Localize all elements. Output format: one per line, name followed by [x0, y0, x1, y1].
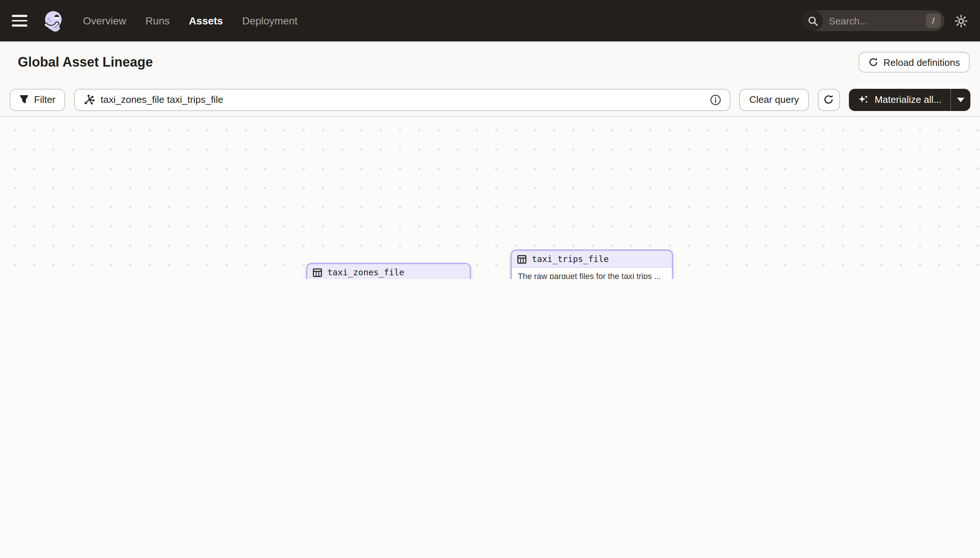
page-title: Global Asset Lineage: [18, 54, 153, 70]
lineage-toolbar: Filter Clear query: [0, 83, 980, 117]
lineage-edges: [0, 117, 980, 279]
nav-right-group: Search... /: [802, 10, 968, 31]
op-selector-icon: [83, 94, 95, 105]
filter-button[interactable]: Filter: [10, 89, 65, 111]
asset-node-taxi-zones-file[interactable]: taxi_zones_file The raw CSV file for the…: [306, 263, 471, 279]
asset-node-header: taxi_trips_file: [512, 251, 672, 268]
asset-selection-query-box: [74, 89, 731, 111]
nav-item-runs[interactable]: Runs: [145, 15, 170, 27]
materialize-options-dropdown[interactable]: [951, 89, 970, 111]
reload-definitions-button[interactable]: Reload definitions: [858, 52, 970, 72]
refresh-icon: [823, 94, 834, 105]
dagster-logo[interactable]: [41, 9, 65, 33]
table-icon: [517, 254, 527, 264]
materialize-all-button[interactable]: Materialize all...: [848, 89, 950, 111]
search-placeholder: Search...: [829, 15, 867, 26]
top-nav-bar: Overview Runs Assets Deployment Search..…: [0, 0, 980, 41]
search-icon: [802, 10, 823, 31]
filter-label: Filter: [34, 94, 56, 105]
nav-item-assets[interactable]: Assets: [189, 15, 223, 27]
nav-links: Overview Runs Assets Deployment: [83, 15, 297, 27]
gear-icon[interactable]: [954, 14, 968, 28]
chevron-down-icon: [957, 97, 964, 102]
search-shortcut-badge: /: [926, 13, 941, 28]
search-input[interactable]: Search... /: [802, 10, 944, 31]
asset-name: taxi_zones_file: [328, 267, 404, 277]
info-icon[interactable]: [710, 94, 722, 105]
funnel-icon: [19, 95, 29, 104]
sparkles-icon: [857, 94, 868, 105]
asset-node-header: taxi_zones_file: [307, 264, 469, 279]
asset-node-taxi-trips-file[interactable]: taxi_trips_file The raw parquet files fo…: [511, 249, 673, 279]
clear-query-label: Clear query: [749, 94, 799, 105]
asset-name: taxi_trips_file: [532, 254, 609, 264]
materialize-all-label: Materialize all...: [875, 94, 942, 105]
refresh-icon: [868, 57, 878, 67]
clear-query-button[interactable]: Clear query: [740, 89, 809, 111]
table-icon: [313, 268, 322, 277]
asset-description: The raw parquet files for the taxi trips…: [512, 268, 672, 279]
reload-definitions-label: Reload definitions: [883, 57, 960, 68]
materialize-all-split-button: Materialize all...: [848, 89, 970, 111]
page-header: Global Asset Lineage Reload definitions: [0, 41, 980, 83]
hamburger-menu-icon[interactable]: [12, 12, 30, 30]
nav-item-overview[interactable]: Overview: [83, 15, 126, 27]
asset-selection-input[interactable]: [101, 94, 704, 105]
lineage-canvas[interactable]: taxi_zones_file The raw CSV file for the…: [0, 117, 980, 279]
refresh-graph-button[interactable]: [817, 89, 840, 111]
app-window: Overview Runs Assets Deployment Search..…: [0, 0, 980, 279]
nav-item-deployment[interactable]: Deployment: [242, 15, 297, 27]
